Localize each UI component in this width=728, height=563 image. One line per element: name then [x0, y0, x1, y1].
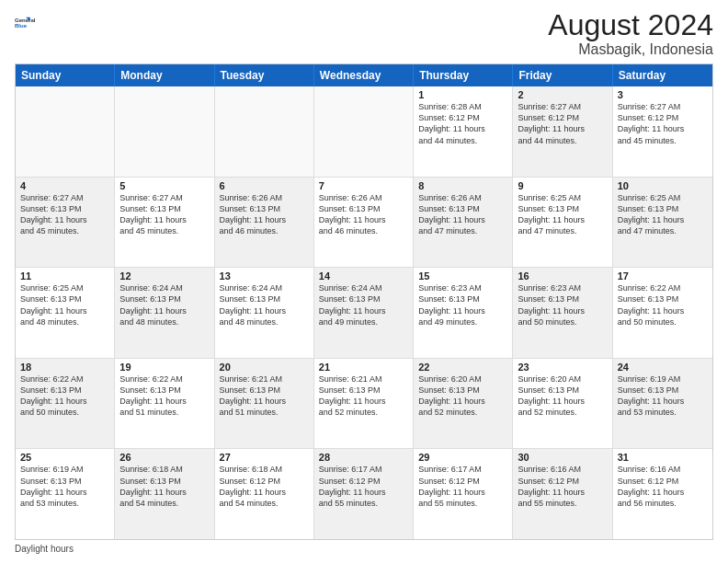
month-title: August 2024 [548, 9, 713, 41]
day-number: 4 [20, 180, 109, 191]
cell-text: Sunrise: 6:17 AM Sunset: 6:12 PM Dayligh… [319, 464, 408, 509]
day-number: 17 [618, 270, 708, 282]
header-friday: Friday [513, 64, 612, 86]
cell-text: Sunrise: 6:26 AM Sunset: 6:13 PM Dayligh… [319, 192, 408, 237]
cell-text: Sunrise: 6:22 AM Sunset: 6:13 PM Dayligh… [20, 373, 109, 419]
cell-text: Sunrise: 6:20 AM Sunset: 6:13 PM Dayligh… [418, 373, 507, 419]
day-number: 11 [20, 270, 109, 282]
page: General Blue August 2024 Masbagik, Indon… [0, 0, 728, 563]
cal-cell-0-6: 3Sunrise: 6:27 AM Sunset: 6:12 PM Daylig… [613, 86, 712, 177]
day-number: 20 [220, 362, 309, 373]
calendar-row-2: 11Sunrise: 6:25 AM Sunset: 6:13 PM Dayli… [16, 268, 712, 359]
cell-text: Sunrise: 6:27 AM Sunset: 6:12 PM Dayligh… [518, 101, 607, 146]
day-number: 29 [418, 452, 507, 463]
cell-text: Sunrise: 6:21 AM Sunset: 6:13 PM Dayligh… [319, 373, 408, 419]
cell-text: Sunrise: 6:23 AM Sunset: 6:13 PM Dayligh… [418, 282, 507, 327]
location: Masbagik, Indonesia [548, 41, 713, 58]
cal-cell-4-3: 28Sunrise: 6:17 AM Sunset: 6:12 PM Dayli… [314, 449, 414, 539]
day-number: 8 [418, 180, 507, 191]
cal-cell-0-2 [215, 86, 314, 177]
cell-text: Sunrise: 6:26 AM Sunset: 6:13 PM Dayligh… [220, 192, 309, 237]
svg-text:Blue: Blue [15, 23, 28, 29]
cell-text: Sunrise: 6:27 AM Sunset: 6:13 PM Dayligh… [20, 192, 109, 237]
logo: General Blue [15, 9, 40, 35]
day-number: 27 [220, 452, 309, 463]
footer: Daylight hours [15, 544, 713, 554]
cal-cell-1-6: 10Sunrise: 6:25 AM Sunset: 6:13 PM Dayli… [613, 178, 712, 268]
day-number: 28 [319, 452, 408, 463]
calendar-row-4: 25Sunrise: 6:19 AM Sunset: 6:13 PM Dayli… [16, 449, 712, 539]
cal-cell-2-1: 12Sunrise: 6:24 AM Sunset: 6:13 PM Dayli… [115, 268, 214, 358]
day-number: 1 [418, 89, 507, 100]
cal-cell-0-5: 2Sunrise: 6:27 AM Sunset: 6:12 PM Daylig… [513, 86, 612, 177]
cell-text: Sunrise: 6:16 AM Sunset: 6:12 PM Dayligh… [618, 464, 708, 509]
header: General Blue August 2024 Masbagik, Indon… [15, 9, 713, 58]
calendar-row-1: 4Sunrise: 6:27 AM Sunset: 6:13 PM Daylig… [16, 178, 712, 269]
cell-text: Sunrise: 6:24 AM Sunset: 6:13 PM Dayligh… [319, 282, 408, 327]
cell-text: Sunrise: 6:20 AM Sunset: 6:13 PM Dayligh… [518, 373, 607, 419]
day-number: 22 [418, 362, 507, 373]
day-number: 16 [518, 270, 607, 282]
day-number: 12 [119, 270, 209, 282]
calendar-row-0: 1Sunrise: 6:28 AM Sunset: 6:12 PM Daylig… [16, 86, 712, 178]
header-thursday: Thursday [414, 64, 513, 86]
cell-text: Sunrise: 6:16 AM Sunset: 6:12 PM Dayligh… [518, 464, 607, 509]
cal-cell-4-4: 29Sunrise: 6:17 AM Sunset: 6:12 PM Dayli… [414, 449, 513, 539]
cal-cell-2-5: 16Sunrise: 6:23 AM Sunset: 6:13 PM Dayli… [513, 268, 612, 358]
header-tuesday: Tuesday [215, 64, 314, 86]
cal-cell-1-1: 5Sunrise: 6:27 AM Sunset: 6:13 PM Daylig… [115, 178, 214, 268]
cell-text: Sunrise: 6:26 AM Sunset: 6:13 PM Dayligh… [418, 192, 507, 237]
cal-cell-4-1: 26Sunrise: 6:18 AM Sunset: 6:13 PM Dayli… [115, 449, 214, 539]
cell-text: Sunrise: 6:18 AM Sunset: 6:12 PM Dayligh… [220, 464, 309, 509]
cal-cell-2-3: 14Sunrise: 6:24 AM Sunset: 6:13 PM Dayli… [314, 268, 414, 358]
header-wednesday: Wednesday [314, 64, 414, 86]
cal-cell-3-4: 22Sunrise: 6:20 AM Sunset: 6:13 PM Dayli… [414, 359, 513, 449]
cal-cell-1-2: 6Sunrise: 6:26 AM Sunset: 6:13 PM Daylig… [215, 178, 314, 268]
cal-cell-0-4: 1Sunrise: 6:28 AM Sunset: 6:12 PM Daylig… [414, 86, 513, 177]
cal-cell-1-3: 7Sunrise: 6:26 AM Sunset: 6:13 PM Daylig… [314, 178, 414, 268]
cell-text: Sunrise: 6:25 AM Sunset: 6:13 PM Dayligh… [618, 192, 708, 237]
cell-text: Sunrise: 6:19 AM Sunset: 6:13 PM Dayligh… [618, 373, 708, 419]
cal-cell-2-4: 15Sunrise: 6:23 AM Sunset: 6:13 PM Dayli… [414, 268, 513, 358]
cal-cell-2-0: 11Sunrise: 6:25 AM Sunset: 6:13 PM Dayli… [16, 268, 115, 358]
cell-text: Sunrise: 6:24 AM Sunset: 6:13 PM Dayligh… [220, 282, 309, 327]
cal-cell-0-0 [16, 86, 115, 177]
cal-cell-3-5: 23Sunrise: 6:20 AM Sunset: 6:13 PM Dayli… [513, 359, 612, 449]
day-number: 24 [618, 362, 708, 373]
cell-text: Sunrise: 6:22 AM Sunset: 6:13 PM Dayligh… [119, 373, 209, 419]
cal-cell-3-6: 24Sunrise: 6:19 AM Sunset: 6:13 PM Dayli… [613, 359, 712, 449]
day-number: 6 [220, 180, 309, 191]
cal-cell-0-3 [314, 86, 414, 177]
day-number: 21 [319, 362, 408, 373]
day-number: 26 [119, 452, 209, 463]
day-number: 19 [119, 362, 209, 373]
cell-text: Sunrise: 6:27 AM Sunset: 6:12 PM Dayligh… [618, 101, 708, 146]
day-number: 2 [518, 89, 607, 100]
cal-cell-3-2: 20Sunrise: 6:21 AM Sunset: 6:13 PM Dayli… [215, 359, 314, 449]
cell-text: Sunrise: 6:25 AM Sunset: 6:13 PM Dayligh… [20, 282, 109, 327]
day-number: 18 [20, 362, 109, 373]
cal-cell-3-0: 18Sunrise: 6:22 AM Sunset: 6:13 PM Dayli… [16, 359, 115, 449]
cell-text: Sunrise: 6:19 AM Sunset: 6:13 PM Dayligh… [20, 464, 109, 509]
day-number: 30 [518, 452, 607, 463]
day-number: 5 [119, 180, 209, 191]
cal-cell-2-2: 13Sunrise: 6:24 AM Sunset: 6:13 PM Dayli… [215, 268, 314, 358]
day-number: 7 [319, 180, 408, 191]
day-number: 9 [518, 180, 607, 191]
day-number: 3 [618, 89, 708, 100]
cal-cell-1-0: 4Sunrise: 6:27 AM Sunset: 6:13 PM Daylig… [16, 178, 115, 268]
daylight-label: Daylight hours [15, 544, 74, 554]
calendar-header: Sunday Monday Tuesday Wednesday Thursday… [16, 64, 712, 86]
cell-text: Sunrise: 6:24 AM Sunset: 6:13 PM Dayligh… [119, 282, 209, 327]
cell-text: Sunrise: 6:21 AM Sunset: 6:13 PM Dayligh… [220, 373, 309, 419]
cal-cell-1-4: 8Sunrise: 6:26 AM Sunset: 6:13 PM Daylig… [414, 178, 513, 268]
cell-text: Sunrise: 6:23 AM Sunset: 6:13 PM Dayligh… [518, 282, 607, 327]
day-number: 31 [618, 452, 708, 463]
cell-text: Sunrise: 6:22 AM Sunset: 6:13 PM Dayligh… [618, 282, 708, 327]
cal-cell-1-5: 9Sunrise: 6:25 AM Sunset: 6:13 PM Daylig… [513, 178, 612, 268]
title-area: August 2024 Masbagik, Indonesia [548, 9, 713, 58]
svg-text:General: General [15, 17, 36, 23]
cell-text: Sunrise: 6:17 AM Sunset: 6:12 PM Dayligh… [418, 464, 507, 509]
calendar-body: 1Sunrise: 6:28 AM Sunset: 6:12 PM Daylig… [16, 86, 712, 539]
header-saturday: Saturday [613, 64, 712, 86]
